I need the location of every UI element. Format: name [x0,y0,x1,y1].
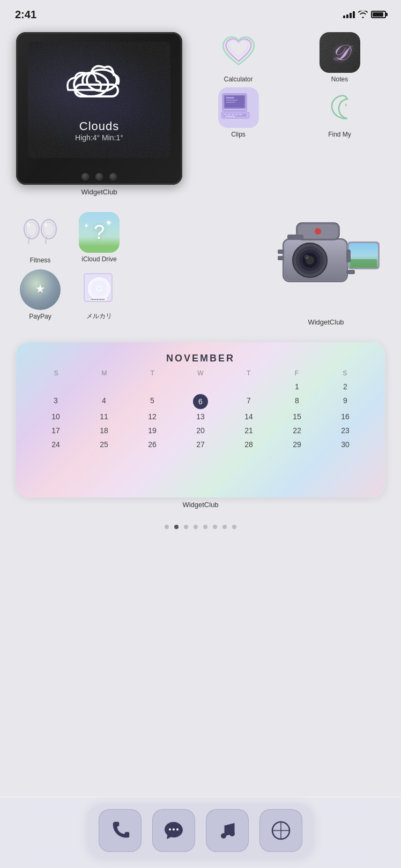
cal-cell: 20 [177,424,224,437]
battery-icon [371,11,386,18]
cal-cell [32,380,79,393]
notes-app-icon[interactable]: 𝒟 Notes [316,32,364,83]
weather-temp: High:4° Min:1° [75,133,123,142]
svg-rect-58 [350,259,377,268]
cal-header-m: M [80,369,129,377]
page-dot-0[interactable] [165,525,169,529]
dock-messages-icon[interactable] [152,809,195,852]
cal-cell: 26 [129,438,176,451]
cal-cell: 28 [225,438,272,451]
page-dot-1[interactable] [174,525,179,529]
page-dot-4[interactable] [203,525,207,529]
cal-cell: 27 [177,438,224,451]
section-2: Fitness PayPay [16,207,385,326]
calculator-app-icon[interactable]: Calculator [214,32,263,83]
svg-point-66 [176,828,179,831]
icloud-app-icon[interactable]: ? ✦ ✦ iCloud Drive [75,212,123,263]
svg-point-67 [221,833,226,839]
svg-rect-33 [91,299,91,300]
cal-cell: 19 [129,424,176,437]
clips-label: Clips [231,131,246,138]
cal-cell: 1 [273,380,321,393]
calendar-widget-label: WidgetClub [16,501,385,509]
svg-rect-61 [278,250,284,254]
svg-rect-6 [226,97,234,99]
paypay-app-icon[interactable]: PayPay [16,269,64,320]
row-1: Clouds High:4° Min:1° WidgetClub [16,32,385,196]
page-dot-7[interactable] [232,525,236,529]
calendar-grid: 1 2 3 4 5 6 7 8 9 10 11 12 13 14 15 16 1… [32,380,369,451]
svg-rect-7 [226,100,237,101]
cal-cell [129,380,176,393]
page-dot-3[interactable] [194,525,198,529]
svg-text:✦: ✦ [340,100,342,103]
svg-rect-12 [228,114,231,115]
camera-widgetclub[interactable] [267,207,385,314]
cal-cell: 3 [32,394,79,409]
cal-cell: 15 [273,410,321,423]
cal-header-w: W [176,369,225,377]
cal-cell: 11 [80,410,128,423]
cal-cell: 18 [80,424,128,437]
right-col: Calculator 𝒟 Notes [193,32,385,138]
notes-symbol: 𝒟 [331,40,348,65]
svg-rect-15 [239,114,242,115]
page-dot-6[interactable] [222,525,227,529]
dock-inner [88,804,313,857]
fitness-icloud-row: Fitness PayPay [16,207,385,326]
svg-rect-16 [226,116,235,117]
svg-rect-43 [104,299,105,300]
fitness-app-icon[interactable]: Fitness [16,213,64,264]
svg-rect-62 [278,256,284,260]
cal-header-t1: T [128,369,176,377]
cal-cell: 16 [322,410,369,423]
weather-widget[interactable]: Clouds High:4° Min:1° [16,32,182,185]
top-right-icons: Calculator 𝒟 Notes [193,32,385,83]
svg-point-65 [173,828,175,831]
dock-phone-icon[interactable] [99,809,142,852]
svg-rect-42 [102,299,103,300]
clips-app-icon[interactable]: Clips [214,87,263,138]
cal-cell: 21 [225,424,272,437]
cal-header-s2: S [321,369,369,377]
svg-point-64 [169,828,171,831]
mercari-label: メルカリ [86,312,112,321]
cal-cell: 4 [80,394,128,409]
svg-point-68 [229,831,235,836]
cal-cell: 12 [129,410,176,423]
cal-cell: 29 [273,438,321,451]
cal-cell-today: 6 [193,394,208,409]
dock-music-icon[interactable] [206,809,249,852]
icloud-label: iCloud Drive [81,255,116,263]
cal-header-s1: S [32,369,80,377]
cal-cell: 23 [322,424,369,437]
findmy-label: Find My [328,131,351,138]
svg-rect-40 [100,299,101,300]
dock-safari-icon[interactable] [259,809,302,852]
cal-cell [177,380,224,393]
svg-text:✦: ✦ [344,103,348,108]
status-icons [343,11,386,18]
cal-cell: 8 [273,394,321,409]
svg-rect-36 [94,299,95,300]
svg-rect-41 [101,299,102,300]
svg-rect-63 [346,270,355,274]
page-dot-5[interactable] [213,525,217,529]
calendar-widget[interactable]: NOVEMBER S M T W T F S 1 2 3 [16,342,385,497]
cal-cell: 24 [32,438,79,451]
dock [0,797,401,868]
svg-point-54 [315,228,321,235]
findmy-app-icon[interactable]: ✦ ✦ Find My [316,87,364,138]
svg-point-31 [98,287,101,290]
mercari-app-icon[interactable]: メルカリ [75,268,123,321]
svg-rect-60 [287,235,303,240]
svg-rect-34 [92,299,93,300]
notes-label: Notes [331,76,348,83]
home-screen: Clouds High:4° Min:1° WidgetClub [0,27,401,529]
svg-rect-35 [93,299,94,300]
page-dot-2[interactable] [184,525,188,529]
cal-cell: 17 [32,424,79,437]
camera-widget-label: WidgetClub [308,318,344,326]
paypay-label: PayPay [29,313,51,320]
calendar-month: NOVEMBER [32,353,369,364]
